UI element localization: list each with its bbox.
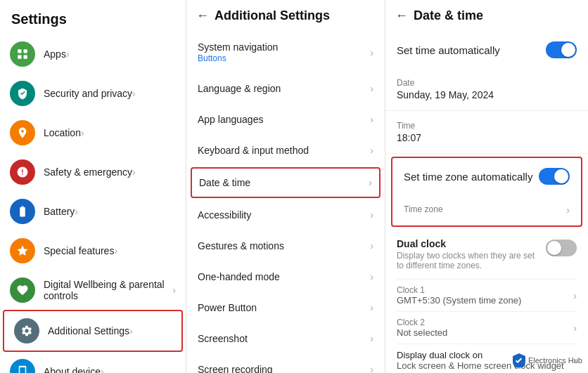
about-label: About device <box>44 366 101 373</box>
special-icon <box>10 238 35 263</box>
right-panel: ← Date & time Set time automatically Dat… <box>385 0 588 373</box>
system-nav-label: System navigation <box>198 41 370 53</box>
timezone-auto-box: Set time zone automatically Time zone › <box>391 157 582 227</box>
wellbeing-label: Digital Wellbeing & parental controls <box>44 279 172 301</box>
system-nav-sublabel: Buttons <box>198 53 370 63</box>
security-icon <box>10 81 35 106</box>
datetime-chevron: › <box>369 177 372 188</box>
sidebar-item-about[interactable]: About device › <box>0 352 186 373</box>
clock1-label: Clock 1 <box>397 285 521 295</box>
gestures-label: Gestures & motions <box>198 240 370 251</box>
menu-power[interactable]: Power Button › <box>186 292 385 323</box>
safety-label: Safety & emergency <box>44 166 132 178</box>
timezone-section[interactable]: Time zone › <box>392 195 581 225</box>
menu-language[interactable]: Language & region › <box>186 73 385 104</box>
menu-onehanded[interactable]: One-handed mode › <box>186 261 385 292</box>
sidebar-item-location[interactable]: Location › <box>0 113 186 152</box>
battery-label: Battery <box>44 206 75 217</box>
menu-screenshot[interactable]: Screenshot › <box>186 323 385 354</box>
watermark-shield-icon <box>513 353 525 367</box>
sidebar-item-security[interactable]: Security and privacy › <box>0 74 186 113</box>
menu-system-nav[interactable]: System navigation Buttons › <box>186 32 385 73</box>
security-label: Security and privacy <box>44 88 132 99</box>
battery-chevron: › <box>75 206 78 217</box>
settings-title: Settings <box>0 0 186 34</box>
svg-rect-2 <box>18 55 21 59</box>
date-label: Date <box>397 78 577 88</box>
system-nav-chevron: › <box>370 47 373 58</box>
set-time-auto-toggle[interactable] <box>546 41 577 58</box>
time-section: Time 18:07 <box>385 111 588 154</box>
keyboard-label: Keyboard & input method <box>198 145 370 156</box>
date-value: Sunday, 19 May, 2024 <box>397 89 577 100</box>
sidebar-item-wellbeing[interactable]: Digital Wellbeing & parental controls › <box>0 270 186 310</box>
clock1-value: GMT+5:30 (System time zone) <box>397 295 521 306</box>
system-nav-text: System navigation Buttons <box>198 41 370 63</box>
date-section: Date Sunday, 19 May, 2024 <box>385 68 588 111</box>
clock1-item[interactable]: Clock 1 GMT+5:30 (System time zone) › <box>397 279 577 311</box>
additional-chevron: › <box>129 325 133 336</box>
sidebar-item-safety[interactable]: Safety & emergency › <box>0 152 186 192</box>
datetime-label: Date & time <box>199 177 369 188</box>
app-lang-chevron: › <box>370 114 373 125</box>
location-icon <box>10 120 35 145</box>
sidebar-item-additional[interactable]: Additional Settings › <box>3 310 183 352</box>
clock2-value: Not selected <box>397 327 447 338</box>
safety-icon <box>10 159 35 185</box>
location-chevron: › <box>81 127 84 138</box>
set-time-auto-label: Set time automatically <box>397 44 500 56</box>
clock2-label: Clock 2 <box>397 318 447 327</box>
screenshot-chevron: › <box>370 333 373 344</box>
set-timezone-auto-row[interactable]: Set time zone automatically <box>392 158 581 195</box>
watermark-text: Electronics Hub <box>528 356 582 365</box>
watermark: Electronics Hub <box>513 353 582 367</box>
clock2-chevron: › <box>573 322 577 334</box>
middle-back-arrow[interactable]: ← <box>196 8 209 23</box>
security-chevron: › <box>132 88 136 99</box>
gestures-chevron: › <box>370 240 373 251</box>
sidebar-item-apps[interactable]: Apps › <box>0 34 186 74</box>
left-panel: Settings Apps › Security and privacy › L… <box>0 0 186 373</box>
right-header: ← Date & time <box>385 0 588 32</box>
clock1-chevron: › <box>573 290 577 301</box>
right-panel-title: Date & time <box>414 8 483 23</box>
dual-clock-section: Dual clock Display two clocks when they … <box>385 230 588 373</box>
about-icon <box>10 359 35 373</box>
time-value: 18:07 <box>397 132 577 143</box>
svg-rect-3 <box>24 55 27 59</box>
menu-accessibility[interactable]: Accessibility › <box>186 199 385 230</box>
svg-rect-1 <box>24 49 27 53</box>
additional-label: Additional Settings <box>48 325 129 336</box>
dual-clock-toggle[interactable] <box>546 240 577 256</box>
menu-screenrec[interactable]: Screen recording › <box>186 354 385 373</box>
keyboard-chevron: › <box>370 145 373 156</box>
menu-gestures[interactable]: Gestures & motions › <box>186 230 385 261</box>
set-timezone-auto-toggle[interactable] <box>539 168 570 185</box>
language-chevron: › <box>370 83 373 94</box>
wellbeing-icon <box>10 277 35 303</box>
screenrec-chevron: › <box>370 364 373 373</box>
onehanded-label: One-handed mode <box>198 271 370 282</box>
additional-icon <box>14 318 39 343</box>
apps-icon <box>10 41 35 67</box>
sidebar-item-battery[interactable]: Battery › <box>0 192 186 231</box>
accessibility-label: Accessibility <box>198 209 370 221</box>
battery-icon <box>10 199 35 224</box>
set-timezone-auto-label: Set time zone automatically <box>404 171 532 183</box>
menu-keyboard[interactable]: Keyboard & input method › <box>186 135 385 166</box>
onehanded-chevron: › <box>370 271 373 282</box>
middle-panel: ← Additional Settings System navigation … <box>186 0 385 373</box>
set-time-auto-row[interactable]: Set time automatically <box>385 32 588 68</box>
safety-chevron: › <box>132 166 136 178</box>
sidebar-item-special[interactable]: Special features › <box>0 231 186 270</box>
power-label: Power Button <box>198 302 370 313</box>
dual-clock-title: Dual clock <box>397 238 540 249</box>
power-chevron: › <box>370 302 373 313</box>
clock2-item[interactable]: Clock 2 Not selected › <box>397 311 577 343</box>
timezone-label: Time zone <box>404 204 443 214</box>
wellbeing-text: Digital Wellbeing & parental controls <box>44 279 172 301</box>
menu-app-lang[interactable]: App languages › <box>186 104 385 135</box>
timezone-chevron: › <box>566 204 570 216</box>
menu-datetime[interactable]: Date & time › <box>191 167 381 198</box>
right-back-arrow[interactable]: ← <box>395 8 408 23</box>
